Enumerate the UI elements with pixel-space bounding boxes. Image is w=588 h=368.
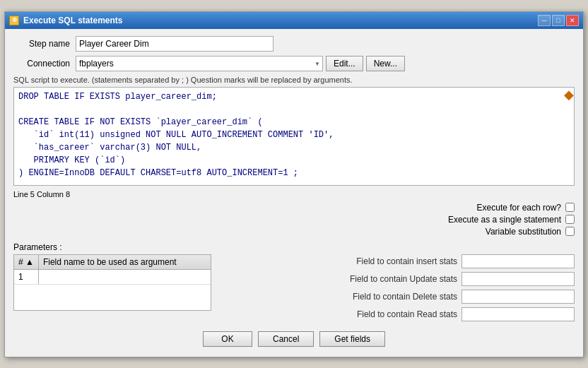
get-fields-button[interactable]: Get fields [319, 331, 385, 347]
step-name-row: Step name [13, 36, 575, 52]
read-stats-input[interactable] [461, 307, 575, 321]
connection-label: Connection [13, 59, 70, 69]
ok-button[interactable]: OK [203, 331, 252, 347]
connection-row: Connection fbplayers Edit... New... [13, 56, 575, 71]
update-stats-input[interactable] [461, 272, 575, 286]
minimize-button[interactable]: ─ [538, 15, 551, 26]
connection-controls: fbplayers Edit... New... [76, 56, 405, 71]
titlebar-left: ⚙ Execute SQL statements [9, 16, 123, 25]
step-name-input[interactable] [76, 36, 274, 52]
col-hash-header: # ▲ [14, 255, 38, 270]
main-window: ⚙ Execute SQL statements ─ □ ✕ Step name… [4, 11, 584, 357]
table-row: 1 [14, 269, 211, 284]
variable-sub-option: Variable substitution [13, 227, 575, 237]
update-stats-label: Field to contain Update stats [350, 274, 457, 284]
execute-single-checkbox[interactable] [565, 215, 575, 224]
connection-select[interactable]: fbplayers [76, 56, 323, 71]
delete-stats-input[interactable] [461, 290, 575, 304]
connection-select-wrap: fbplayers [76, 56, 323, 71]
sql-description: SQL script to execute. (statements separ… [13, 76, 575, 84]
params-table-element: # ▲ Field name to be used as argument 1 [14, 255, 211, 285]
cancel-button[interactable]: Cancel [258, 331, 314, 347]
params-table-header: # ▲ Field name to be used as argument [14, 255, 211, 270]
insert-stats-label: Field to contain insert stats [356, 256, 457, 266]
insert-stats-input[interactable] [461, 254, 575, 268]
row-number: 1 [14, 269, 38, 284]
update-stats-row: Field to contain Update stats [223, 272, 575, 286]
stats-section: Field to contain insert stats Field to c… [223, 254, 575, 321]
params-table-wrap: # ▲ Field name to be used as argument 1 [13, 254, 575, 321]
variable-sub-label: Variable substitution [486, 227, 561, 237]
window-icon: ⚙ [9, 16, 19, 25]
status-bar: Line 5 Column 8 [13, 190, 575, 198]
new-button[interactable]: New... [366, 56, 405, 71]
execute-each-row-label: Execute for each row? [477, 203, 561, 213]
execute-each-row-option: Execute for each row? [13, 203, 575, 213]
read-stats-row: Field to contain Read stats [223, 307, 575, 321]
insert-stats-row: Field to contain insert stats [223, 254, 575, 268]
col-field-header: Field name to be used as argument [38, 255, 211, 270]
content-area: Step name Connection fbplayers Edit... N… [5, 29, 583, 357]
execute-single-label: Execute as a single statement [448, 215, 561, 225]
execute-each-row-checkbox[interactable] [565, 203, 575, 212]
titlebar: ⚙ Execute SQL statements ─ □ ✕ [5, 12, 583, 29]
variable-sub-checkbox[interactable] [565, 227, 575, 236]
sql-editor-container: DROP TABLE IF EXISTS player_career_dim; … [13, 87, 575, 186]
parameters-table: # ▲ Field name to be used as argument 1 [13, 254, 211, 311]
row-field[interactable] [38, 269, 211, 284]
read-stats-label: Field to contain Read stats [357, 309, 457, 319]
restore-button[interactable]: □ [552, 15, 565, 26]
parameters-section: Parameters : # ▲ Field name to be used a… [13, 242, 575, 321]
window-title: Execute SQL statements [23, 16, 123, 25]
options-section: Execute for each row? Execute as a singl… [13, 203, 575, 237]
buttons-row: OK Cancel Get fields [13, 327, 575, 350]
step-name-label: Step name [13, 39, 70, 49]
delete-stats-label: Field to contain Delete stats [353, 292, 457, 302]
sql-editor[interactable]: DROP TABLE IF EXISTS player_career_dim; … [14, 88, 574, 185]
execute-single-option: Execute as a single statement [13, 215, 575, 225]
parameters-label: Parameters : [13, 242, 575, 252]
edit-button[interactable]: Edit... [326, 56, 363, 71]
delete-stats-row: Field to contain Delete stats [223, 290, 575, 304]
titlebar-controls: ─ □ ✕ [538, 15, 579, 26]
sql-editor-wrap: DROP TABLE IF EXISTS player_career_dim; … [13, 87, 575, 186]
close-button[interactable]: ✕ [566, 15, 579, 26]
